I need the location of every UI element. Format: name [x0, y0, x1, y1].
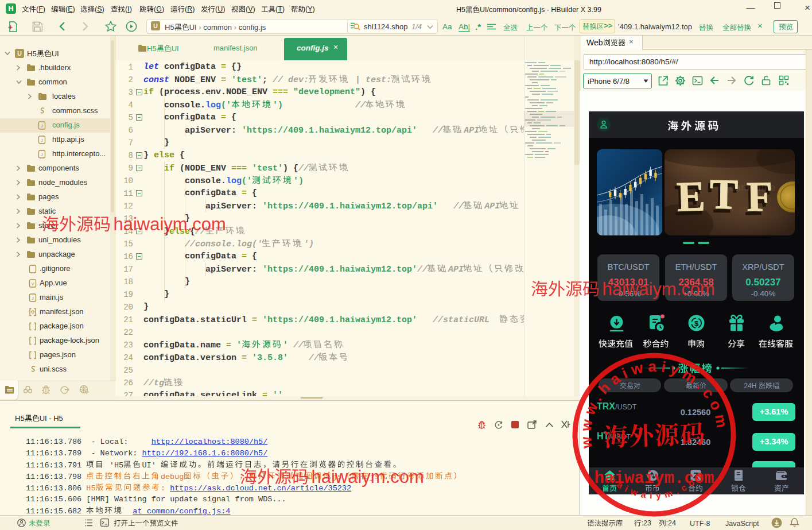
- svg-text:J: J: [32, 296, 34, 300]
- svg-text:haiwaiym.com: haiwaiym.com: [595, 469, 714, 488]
- svg-text:V: V: [32, 282, 34, 286]
- svg-text:⚙: ⚙: [30, 310, 34, 315]
- svg-text:$: $: [694, 319, 699, 328]
- svg-text:J: J: [41, 153, 43, 157]
- svg-text:dreamstime: dreamstime: [720, 182, 776, 193]
- svg-text:F: F: [746, 173, 773, 220]
- svg-text:www.haiwaiym.com: www.haiwaiym.com: [577, 358, 731, 450]
- svg-text:J: J: [41, 138, 43, 142]
- svg-text:E: E: [676, 172, 706, 220]
- svg-text:T: T: [709, 171, 739, 218]
- svg-text:J: J: [41, 124, 43, 128]
